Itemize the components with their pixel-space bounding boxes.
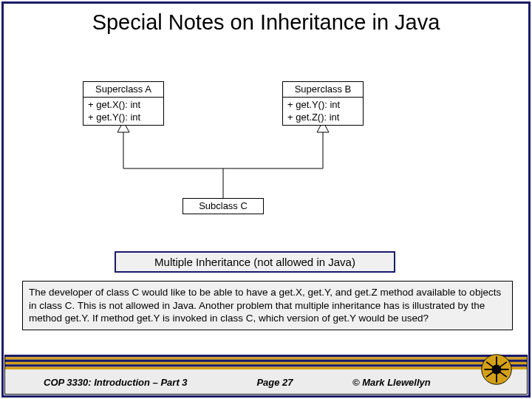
class-c-name: Subclass C: [199, 200, 248, 211]
class-a-name: Superclass A: [83, 82, 163, 98]
diagram-caption: Multiple Inheritance (not allowed in Jav…: [115, 251, 395, 273]
class-b-method-1: + get.Y(): int: [287, 98, 358, 112]
svg-rect-11: [5, 367, 527, 370]
svg-rect-8: [5, 360, 527, 362]
footer-course: COP 3330: Introduction – Part 3: [5, 377, 227, 388]
explanation-text: The developer of class C would like to b…: [22, 281, 513, 330]
class-a-members: + get.X(): int + get.Y(): int: [83, 98, 163, 125]
class-a-method-1: + get.X(): int: [88, 98, 159, 112]
footer-page: Page 27: [227, 377, 323, 388]
footer: COP 3330: Introduction – Part 3 Page 27 …: [4, 355, 528, 395]
footer-content: COP 3330: Introduction – Part 3 Page 27 …: [5, 369, 527, 395]
uml-class-c: Subclass C: [183, 198, 264, 214]
footer-stripe-decoration: [5, 355, 527, 369]
class-b-method-2: + get.Z(): int: [287, 111, 358, 124]
uml-class-a: Superclass A + get.X(): int + get.Y(): i…: [83, 81, 164, 126]
svg-rect-6: [5, 355, 527, 357]
uml-class-b: Superclass B + get.Y(): int + get.Z(): i…: [282, 81, 364, 126]
class-b-members: + get.Y(): int + get.Z(): int: [283, 98, 363, 125]
svg-rect-10: [5, 364, 527, 366]
svg-point-13: [492, 365, 502, 375]
class-a-method-2: + get.Y(): int: [88, 111, 159, 124]
svg-rect-9: [5, 362, 527, 364]
svg-rect-7: [5, 357, 527, 359]
uml-diagram: Superclass A + get.X(): int + get.Y(): i…: [26, 74, 506, 244]
ucf-logo-icon: [480, 352, 514, 386]
class-b-name: Superclass B: [283, 82, 363, 98]
